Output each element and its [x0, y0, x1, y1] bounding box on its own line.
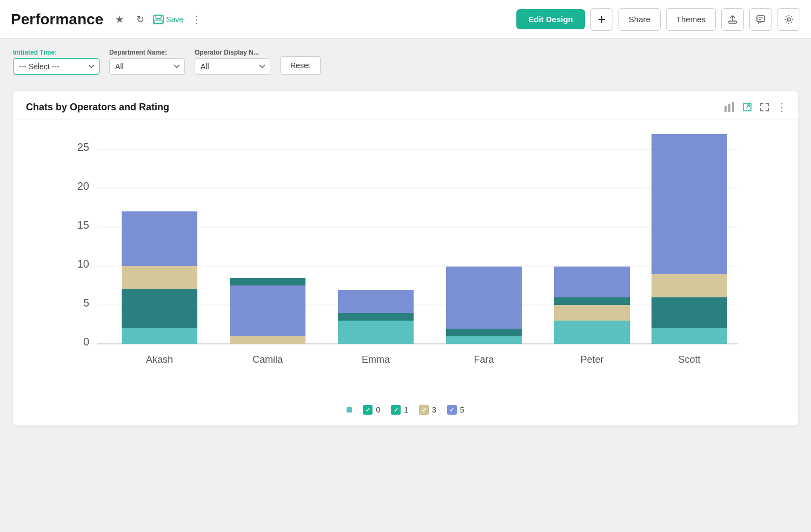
more-options-icon[interactable]: ⋮ — [189, 12, 204, 27]
bar-emma-1 — [338, 313, 414, 321]
svg-text:15: 15 — [77, 219, 89, 231]
svg-text:10: 10 — [77, 258, 89, 270]
bar-chart-icon[interactable] — [723, 102, 735, 112]
chart-legend: ✓ 0 ✓ 1 ✓ 3 ✓ 5 — [13, 397, 798, 425]
bar-scott-1 — [652, 297, 727, 328]
svg-text:Peter: Peter — [580, 354, 603, 365]
svg-text:Camila: Camila — [252, 354, 283, 365]
svg-text:Akash: Akash — [146, 354, 173, 365]
legend-item-3[interactable]: ✓ 3 — [419, 405, 436, 415]
initiated-time-label: Initiated Time: — [13, 49, 99, 56]
department-name-label: Department Name: — [109, 49, 185, 56]
bar-fara-5 — [446, 267, 522, 329]
legend-check-3: ✓ — [419, 405, 429, 415]
svg-rect-0 — [154, 15, 163, 24]
external-link-icon[interactable] — [742, 102, 753, 112]
bar-akash-3 — [122, 266, 197, 289]
department-name-select[interactable]: All — [109, 58, 185, 75]
reset-button[interactable]: Reset — [280, 56, 321, 75]
chart-title: Chats by Operators and Rating — [26, 102, 169, 113]
svg-text:5: 5 — [83, 297, 89, 309]
bar-chart-svg: 25 20 15 10 5 0 — [26, 130, 785, 390]
plus-icon — [597, 15, 606, 24]
chart-header-icons: ⋮ — [723, 101, 787, 114]
svg-text:25: 25 — [77, 141, 89, 153]
svg-text:Fara: Fara — [474, 354, 494, 365]
department-filter: Department Name: All — [109, 49, 185, 75]
svg-line-16 — [746, 105, 749, 108]
expand-icon[interactable] — [759, 102, 770, 112]
svg-rect-12 — [724, 106, 727, 112]
themes-button[interactable]: Themes — [666, 8, 716, 31]
star-icon[interactable]: ★ — [112, 12, 127, 27]
bar-fara-0 — [446, 336, 522, 344]
svg-rect-13 — [728, 104, 730, 112]
header-icon-group: ★ ↻ Save ⋮ — [112, 12, 204, 27]
legend-item-0[interactable]: ✓ 0 — [363, 405, 380, 415]
legend-check-0: ✓ — [363, 405, 373, 415]
settings-button[interactable] — [777, 8, 800, 31]
svg-rect-1 — [156, 15, 161, 18]
export-button[interactable] — [721, 8, 744, 31]
legend-item-1[interactable]: ✓ 1 — [391, 405, 408, 415]
bar-peter-0 — [554, 321, 630, 344]
legend-label-0: 0 — [376, 405, 380, 414]
page-header: Performance ★ ↻ Save ⋮ Edit Design Share… — [0, 0, 811, 39]
header-right-actions: Edit Design Share Themes — [516, 8, 800, 31]
bar-peter-3 — [554, 305, 630, 321]
legend-item-5[interactable]: ✓ 5 — [447, 405, 464, 415]
legend-check-5: ✓ — [447, 405, 457, 415]
bar-scott-0 — [652, 328, 727, 344]
bar-camila-5 — [230, 285, 305, 336]
bar-akash-0 — [122, 328, 197, 344]
page-title: Performance — [11, 11, 103, 28]
svg-text:0: 0 — [83, 336, 89, 348]
initiated-time-select[interactable]: --- Select --- — [13, 58, 99, 75]
kebab-menu-icon[interactable]: ⋮ — [776, 101, 787, 114]
bar-peter-1 — [554, 297, 630, 305]
operator-display-label: Operator Display N... — [195, 49, 270, 56]
upload-icon — [728, 15, 737, 24]
comment-button[interactable] — [749, 8, 772, 31]
chart-area: 25 20 15 10 5 0 — [13, 119, 798, 397]
bar-emma-5 — [338, 290, 414, 313]
legend-dot-unknown — [347, 407, 352, 413]
bar-camila-1 — [230, 278, 305, 285]
bar-akash-1 — [122, 289, 197, 328]
save-button[interactable]: Save — [153, 15, 183, 24]
refresh-icon[interactable]: ↻ — [132, 12, 148, 27]
bar-camila-3 — [230, 336, 305, 344]
save-icon — [153, 15, 164, 24]
svg-rect-8 — [757, 16, 765, 22]
svg-rect-6 — [729, 21, 736, 23]
svg-point-3 — [161, 16, 162, 17]
svg-text:20: 20 — [77, 180, 89, 192]
chart-card-header: Chats by Operators and Rating — [13, 91, 798, 119]
bar-akash-5 — [122, 211, 197, 266]
edit-design-button[interactable]: Edit Design — [516, 9, 585, 29]
gear-icon — [783, 14, 794, 25]
svg-text:Scott: Scott — [678, 354, 700, 365]
bar-emma-0 — [338, 321, 414, 344]
svg-rect-14 — [732, 102, 734, 112]
operator-display-select[interactable]: All — [195, 58, 270, 75]
svg-rect-2 — [155, 20, 162, 23]
legend-item-unknown — [347, 407, 352, 413]
svg-text:Emma: Emma — [362, 354, 390, 365]
legend-check-1: ✓ — [391, 405, 401, 415]
add-button[interactable] — [590, 8, 613, 31]
legend-label-1: 1 — [404, 405, 408, 414]
bar-fara-1 — [446, 329, 522, 336]
filters-bar: Initiated Time: --- Select --- Departmen… — [0, 39, 811, 82]
initiated-time-filter: Initiated Time: --- Select --- — [13, 49, 99, 75]
chart-card: Chats by Operators and Rating — [13, 91, 798, 425]
legend-label-5: 5 — [460, 405, 464, 414]
bar-scott-5 — [652, 134, 727, 274]
bar-scott-3 — [652, 274, 727, 297]
svg-point-11 — [787, 18, 790, 21]
share-button[interactable]: Share — [619, 8, 661, 31]
legend-label-3: 3 — [432, 405, 436, 414]
message-icon — [756, 15, 766, 24]
operator-display-filter: Operator Display N... All — [195, 49, 270, 75]
